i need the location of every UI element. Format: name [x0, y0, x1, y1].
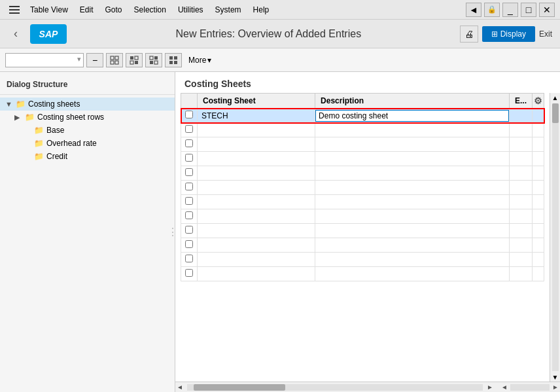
main-content: Dialog Structure ▼ 📁 Costing sheets ▶ 📁 … [0, 72, 560, 392]
table-row [181, 224, 544, 238]
h-scroll-right2-arrow[interactable]: ► [551, 383, 560, 392]
costing-sheet-cell-1: STECH [198, 109, 315, 123]
menu-system[interactable]: System [210, 3, 247, 17]
menu-utilities[interactable]: Utilities [173, 3, 209, 17]
toolbar: ▾ − More ▾ [0, 48, 560, 72]
row-checkbox-10[interactable] [185, 240, 193, 248]
menu-help[interactable]: Help [248, 3, 275, 17]
folder-icon-credit: 📁 [34, 152, 44, 161]
sidebar: Dialog Structure ▼ 📁 Costing sheets ▶ 📁 … [0, 72, 175, 392]
folder-icon-overhead: 📁 [34, 139, 44, 148]
table-row-first: STECH [181, 109, 544, 123]
h-scroll-thumb[interactable] [194, 384, 285, 391]
nav-back-icon[interactable]: ◄ [466, 3, 481, 17]
folder-icon-costing-sheets: 📁 [16, 99, 26, 109]
toolbar-minus-btn[interactable]: − [86, 53, 103, 67]
v-scroll-thumb[interactable] [552, 103, 559, 123]
toolbar-grid3-btn[interactable] [145, 53, 162, 67]
exit-button[interactable]: Exit [539, 29, 552, 39]
h-scroll-left2-arrow[interactable]: ◄ [500, 383, 509, 392]
print-button[interactable]: 🖨 [460, 26, 478, 43]
svg-rect-4 [130, 56, 133, 60]
sidebar-item-costing-sheets[interactable]: ▼ 📁 Costing sheets [0, 98, 175, 111]
col-end: E... [509, 94, 532, 109]
back-button[interactable]: ‹ [8, 26, 24, 42]
table-row [181, 152, 544, 166]
menu-table-view[interactable]: Table View [25, 3, 73, 17]
svg-rect-12 [169, 56, 173, 60]
row-checkbox-3[interactable] [185, 139, 193, 147]
row-checkbox-6[interactable] [185, 183, 193, 190]
hamburger-menu[interactable] [5, 3, 24, 16]
scroll-down-arrow[interactable]: ▼ [550, 372, 561, 382]
table-row [181, 209, 544, 224]
scroll-up-arrow[interactable]: ▲ [550, 93, 561, 102]
content-area: Costing Sheets Costing Sheet Description… [175, 72, 560, 392]
title-bar: ‹ SAP New Entries: Overview of Added Ent… [0, 20, 560, 48]
row-checkbox-4[interactable] [185, 154, 193, 162]
horizontal-scrollbar: ◄ ► ◄ ► [175, 382, 560, 392]
row-checkbox-9[interactable] [185, 226, 193, 234]
title-actions: 🖨 ⊞ Display Exit [460, 26, 552, 43]
h-scroll-left-arrow[interactable]: ◄ [175, 383, 184, 392]
col-checkbox [181, 94, 198, 109]
row-checkbox-1[interactable] [185, 111, 193, 118]
table-row [181, 238, 544, 253]
row-checkbox-5[interactable] [185, 168, 193, 176]
svg-rect-5 [135, 56, 138, 60]
more-button[interactable]: More ▾ [184, 54, 215, 66]
svg-rect-13 [174, 56, 177, 60]
table-row [181, 253, 544, 267]
nav-maximize-icon[interactable]: □ [521, 3, 536, 17]
vertical-scrollbar[interactable]: ▲ ▼ [550, 93, 560, 382]
end-cell-1 [509, 109, 532, 123]
sidebar-resizer[interactable] [171, 72, 175, 392]
row-checkbox-cell-1[interactable] [181, 109, 198, 123]
sidebar-item-costing-sheet-rows[interactable]: ▶ 📁 Costing sheet rows [0, 111, 175, 124]
svg-rect-15 [174, 61, 177, 64]
svg-rect-14 [169, 61, 173, 64]
nav-lock-icon[interactable]: 🔒 [484, 3, 500, 17]
dropdown-arrow-icon: ▾ [77, 55, 81, 63]
svg-rect-6 [130, 61, 133, 64]
row-checkbox-2[interactable] [185, 125, 193, 133]
costing-sheets-title: Costing Sheets [175, 72, 560, 93]
nav-close-icon[interactable]: ✕ [539, 3, 555, 17]
toggle-costing-sheet-rows: ▶ [14, 113, 24, 122]
menu-edit[interactable]: Edit [75, 3, 99, 17]
toolbar-grid4-btn[interactable] [165, 53, 182, 67]
nav-minimize-icon[interactable]: _ [502, 3, 518, 17]
sidebar-item-credit[interactable]: 📁 Credit [0, 150, 175, 163]
svg-rect-10 [150, 61, 153, 64]
display-button[interactable]: ⊞ Display [482, 26, 535, 42]
svg-rect-9 [154, 56, 158, 60]
toolbar-grid1-btn[interactable] [106, 53, 123, 67]
settings-cell-1 [533, 109, 544, 123]
description-cell-1[interactable] [315, 109, 510, 123]
sidebar-item-overhead-rate[interactable]: 📁 Overhead rate [0, 137, 175, 150]
sidebar-item-base[interactable]: 📁 Base [0, 124, 175, 137]
toolbar-grid2-btn[interactable] [126, 53, 143, 67]
toolbar-search-input[interactable] [5, 53, 84, 67]
svg-rect-8 [150, 56, 153, 60]
table-row [181, 267, 544, 281]
menu-goto[interactable]: Goto [100, 3, 128, 17]
settings-icon[interactable]: ⚙ [534, 96, 542, 106]
description-input-1[interactable] [315, 110, 509, 122]
h-scroll-right-arrow[interactable]: ► [485, 383, 495, 392]
folder-icon-base: 📁 [34, 126, 44, 135]
dialog-structure-title: Dialog Structure [0, 77, 175, 95]
col-settings[interactable]: ⚙ [533, 94, 544, 109]
row-checkbox-12[interactable] [185, 269, 193, 277]
menu-selection[interactable]: Selection [129, 3, 171, 17]
svg-rect-3 [115, 61, 118, 64]
folder-icon-rows: 📁 [25, 113, 35, 122]
row-checkbox-7[interactable] [185, 197, 193, 205]
row-checkbox-8[interactable] [185, 211, 193, 219]
row-checkbox-11[interactable] [185, 255, 193, 262]
v-scroll-track[interactable] [552, 103, 559, 371]
svg-rect-11 [154, 61, 158, 64]
table-row [181, 137, 544, 152]
table-row [181, 195, 544, 209]
h-scroll-track[interactable] [187, 384, 483, 391]
